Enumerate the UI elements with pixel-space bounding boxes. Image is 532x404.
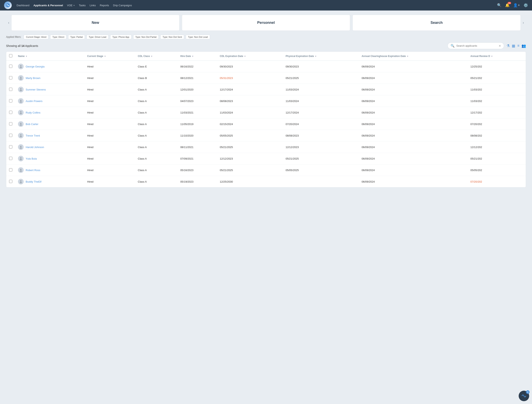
- row-cdl-class: Class A: [135, 141, 178, 153]
- row-stage: Hired: [84, 176, 135, 188]
- row-cdl-exp: 05/05/2025: [217, 130, 283, 141]
- search-clear-icon[interactable]: ✕: [499, 44, 501, 47]
- row-cdl-class: Class A: [135, 107, 178, 118]
- row-cdl-exp: 02/15/2024: [217, 118, 283, 130]
- applicant-name[interactable]: Austin Powers: [26, 100, 42, 103]
- filter-chip-non-dot-lead[interactable]: Type: Non Dot Lead: [186, 35, 210, 39]
- add-user-icon[interactable]: 👤+: [513, 3, 520, 7]
- row-checkbox[interactable]: [9, 122, 12, 126]
- row-checkbox-cell: [6, 72, 15, 84]
- svg-point-21: [20, 180, 22, 182]
- applicant-name[interactable]: Rudy Collins: [26, 111, 40, 114]
- row-checkbox[interactable]: [9, 76, 12, 79]
- avatar: [18, 110, 24, 115]
- table-row: Robert Ross Hired Class A 05/16/2023 05/…: [6, 164, 526, 176]
- applicant-name[interactable]: Buddy TheElf: [26, 180, 41, 183]
- search-icon[interactable]: 🔍: [497, 3, 501, 7]
- row-checkbox[interactable]: [9, 145, 12, 148]
- applicants-table-wrapper: Name▼ Current Stage▼ CDL Class▼ Hire Dat…: [6, 51, 526, 188]
- tab-new[interactable]: New: [11, 15, 179, 31]
- row-annual-review: 11/03/202: [468, 95, 526, 107]
- nav-dashboard[interactable]: Dashboard: [17, 4, 30, 7]
- row-hire-date: 08/12/2021: [178, 72, 217, 84]
- applicant-name[interactable]: Summer Stevens: [26, 88, 46, 91]
- row-name-cell: Robert Ross: [15, 164, 84, 176]
- applicant-name[interactable]: George Georgia: [26, 65, 45, 68]
- tab-personnel[interactable]: Personnel: [182, 15, 350, 31]
- select-all-checkbox[interactable]: [9, 54, 12, 57]
- avatar: [18, 87, 24, 92]
- row-clearinghouse: 06/09/2024: [359, 164, 468, 176]
- nav-drip-campaigns[interactable]: Drip Campaigns: [113, 4, 132, 7]
- filter-chip-partial[interactable]: Type: Partial: [68, 35, 85, 39]
- nav-reports[interactable]: Reports: [100, 4, 109, 7]
- avatar: [18, 98, 24, 104]
- col-name[interactable]: Name▼: [15, 52, 84, 61]
- svg-point-4: [20, 78, 22, 80]
- row-cdl-class: Class A: [135, 84, 178, 95]
- row-checkbox[interactable]: [9, 111, 12, 114]
- row-hire-date: 05/16/2023: [178, 164, 217, 176]
- row-checkbox[interactable]: [9, 157, 12, 160]
- row-hire-date: 11/05/2019: [178, 118, 217, 130]
- tabs-prev-arrow[interactable]: ‹: [6, 14, 11, 31]
- row-cdl-exp: 12/25/2030: [217, 176, 283, 188]
- svg-point-2: [20, 67, 22, 68]
- filter-chip-non-dot-partial[interactable]: Type: Non Dot Partial: [133, 35, 159, 39]
- table-row: Rudy Collins Hired Class A 11/03/2021 11…: [6, 107, 526, 118]
- nav-voe[interactable]: VOE +: [67, 4, 75, 7]
- filter-chip-driver-lead[interactable]: Type: Driver Lead: [87, 35, 109, 39]
- col-cdl-exp[interactable]: CDL Expiration Date▼: [217, 52, 283, 61]
- row-hire-date: 06/16/2022: [178, 61, 217, 72]
- col-clearinghouse[interactable]: Annual Clearinghouse Expiration Date▼: [359, 52, 468, 61]
- settings-icon[interactable]: ⚙️: [524, 3, 528, 7]
- svg-point-15: [20, 146, 22, 147]
- tabs-next-arrow[interactable]: ›: [521, 14, 526, 31]
- col-cdl-class[interactable]: CDL Class▼: [135, 52, 178, 61]
- nav-links[interactable]: Links: [90, 4, 96, 7]
- row-checkbox[interactable]: [9, 88, 12, 91]
- filter-chip-phone-app[interactable]: Type: Phone App: [110, 35, 132, 39]
- row-checkbox[interactable]: [9, 180, 12, 183]
- applicant-name[interactable]: Bob Carter: [26, 123, 38, 126]
- nav-applicants-personnel[interactable]: Applicants & Personnel: [33, 4, 63, 7]
- row-checkbox[interactable]: [9, 99, 12, 102]
- table-row: Buddy TheElf Hired Class A 05/19/2023 12…: [6, 176, 526, 188]
- row-stage: Hired: [84, 84, 135, 95]
- applicant-name[interactable]: Yula Bula: [26, 157, 37, 160]
- row-cdl-class: Class A: [135, 118, 178, 130]
- filter-icon[interactable]: ⚗: [506, 44, 510, 48]
- row-cdl-class: Class A: [135, 153, 178, 164]
- filter-chip-non-dot-sent[interactable]: Type: Non Dot Sent: [160, 35, 184, 39]
- col-hire-date[interactable]: Hire Date▼: [178, 52, 217, 61]
- filter-chip-direct[interactable]: Type: Direct: [50, 35, 66, 39]
- col-phys-exp[interactable]: Physical Expiration Date▼: [283, 52, 359, 61]
- row-checkbox-cell: [6, 130, 15, 141]
- row-annual-review: 07/20/202: [468, 176, 526, 188]
- row-name-cell: George Georgia: [15, 61, 84, 72]
- tab-search[interactable]: Search: [353, 15, 521, 31]
- search-input[interactable]: [456, 44, 497, 47]
- filter-chip-stage[interactable]: Current Stage: Hired: [24, 35, 49, 39]
- group-icon[interactable]: 👥: [521, 44, 526, 48]
- row-name-cell: Summer Stevens: [15, 84, 84, 95]
- row-checkbox[interactable]: [9, 168, 12, 171]
- applicant-name[interactable]: Marty Brown: [26, 76, 40, 80]
- row-stage: Hired: [84, 141, 135, 153]
- row-checkbox[interactable]: [9, 134, 12, 137]
- applicant-name[interactable]: Trevor Trent: [26, 134, 40, 137]
- nav-tasks[interactable]: Tasks: [79, 4, 85, 7]
- col-annual-review[interactable]: Annual Review D▼: [468, 52, 526, 61]
- row-hire-date: 11/03/2021: [178, 107, 217, 118]
- col-stage[interactable]: Current Stage▼: [84, 52, 135, 61]
- row-stage: Hired: [84, 130, 135, 141]
- applicant-name[interactable]: Robert Ross: [26, 169, 40, 172]
- row-hire-date: 11/10/2020: [178, 130, 217, 141]
- notifications-icon[interactable]: 🔔 65: [505, 3, 510, 7]
- app-logo[interactable]: [4, 1, 12, 9]
- applicant-name[interactable]: Harold Johnson: [26, 146, 44, 149]
- grid-view-icon[interactable]: ▦: [512, 44, 515, 48]
- row-checkbox[interactable]: [9, 65, 12, 68]
- avatar: [18, 121, 24, 127]
- layers-icon[interactable]: ≡: [517, 44, 519, 48]
